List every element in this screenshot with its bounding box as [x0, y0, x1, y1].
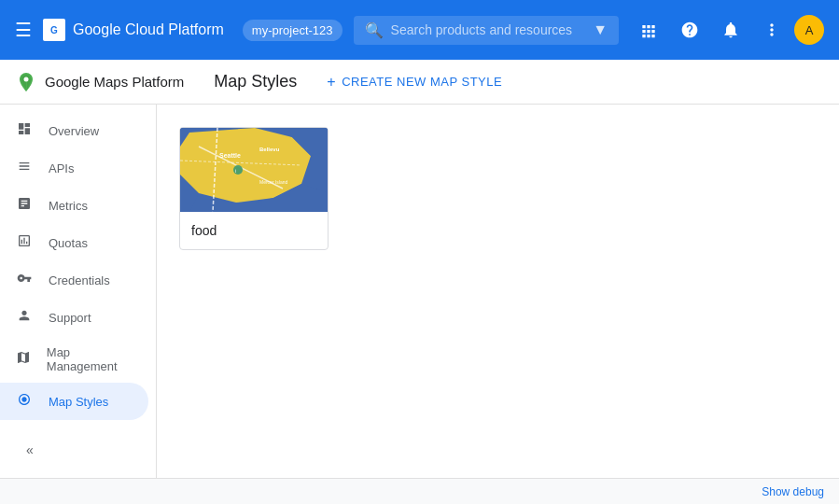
- map-management-icon: [15, 350, 32, 369]
- map-card-label: food: [180, 212, 328, 249]
- brand-area: G Google Cloud Platform: [43, 19, 224, 41]
- sidebar-item-overview[interactable]: Overview: [0, 112, 148, 149]
- sidebar-label-apis: APIs: [49, 161, 74, 175]
- sidebar-item-support[interactable]: Support: [0, 299, 148, 336]
- collapse-sidebar-button[interactable]: «: [15, 435, 45, 465]
- sidebar-bottom: «: [0, 420, 156, 478]
- main-content: Seattle Bellevu i Mercer Island food: [157, 105, 839, 478]
- debug-bar: Show debug: [0, 478, 839, 504]
- brand-name: Google Cloud Platform: [73, 21, 224, 38]
- nav-icon-group: A: [630, 11, 824, 49]
- svg-text:i: i: [235, 168, 236, 174]
- search-input[interactable]: [391, 22, 582, 37]
- sidebar-item-metrics[interactable]: Metrics: [0, 187, 148, 224]
- help-button[interactable]: [671, 11, 708, 49]
- svg-text:Seattle: Seattle: [219, 152, 241, 159]
- more-options-button[interactable]: [753, 11, 790, 49]
- metrics-icon: [15, 196, 34, 215]
- sidebar-item-map-styles[interactable]: Map Styles: [0, 383, 148, 420]
- quotas-icon: [15, 233, 34, 252]
- sidebar-label-metrics: Metrics: [49, 199, 88, 213]
- map-styles-icon: [15, 392, 34, 411]
- credentials-icon: [15, 271, 34, 289]
- sidebar-label-quotas: Quotas: [49, 236, 88, 250]
- search-expand-icon[interactable]: ▼: [593, 21, 608, 38]
- notifications-button[interactable]: [712, 11, 749, 49]
- sidebar-item-map-management[interactable]: Map Management: [0, 336, 148, 383]
- svg-text:Bellevu: Bellevu: [259, 147, 280, 152]
- sidebar-item-apis[interactable]: APIs: [0, 149, 148, 187]
- search-bar[interactable]: 🔍 ▼: [354, 16, 619, 45]
- create-new-map-style-button[interactable]: + CREATE NEW MAP STYLE: [327, 74, 502, 91]
- map-thumbnail: Seattle Bellevu i Mercer Island: [180, 128, 329, 212]
- sidebar-label-overview: Overview: [49, 124, 99, 138]
- page-title: Map Styles: [214, 72, 297, 91]
- body-area: Overview APIs Metrics Quotas Credentials: [0, 105, 839, 478]
- svg-point-0: [24, 77, 29, 81]
- second-bar: Google Maps Platform Map Styles + CREATE…: [0, 60, 839, 105]
- show-debug-link[interactable]: Show debug: [762, 485, 824, 498]
- create-plus-icon: +: [327, 74, 336, 91]
- avatar[interactable]: A: [794, 15, 824, 45]
- svg-text:Mercer Island: Mercer Island: [259, 179, 288, 185]
- overview-icon: [15, 121, 34, 140]
- sidebar-label-map-management: Map Management: [47, 345, 133, 373]
- sidebar-label-support: Support: [49, 311, 91, 325]
- create-btn-label: CREATE NEW MAP STYLE: [342, 75, 502, 89]
- sidebar-label-map-styles: Map Styles: [49, 395, 108, 409]
- sidebar-item-quotas[interactable]: Quotas: [0, 224, 148, 261]
- map-style-card[interactable]: Seattle Bellevu i Mercer Island food: [179, 127, 329, 250]
- top-navigation: ☰ G Google Cloud Platform my-project-123…: [0, 0, 839, 60]
- apis-icon: [15, 159, 34, 177]
- apps-button[interactable]: [630, 11, 667, 49]
- support-icon: [15, 308, 34, 327]
- account-chip[interactable]: my-project-123: [243, 20, 343, 41]
- gmp-app-name: Google Maps Platform: [45, 74, 184, 90]
- sidebar-label-credentials: Credentials: [49, 273, 110, 287]
- search-icon: 🔍: [365, 21, 384, 39]
- hamburger-menu-icon[interactable]: ☰: [15, 19, 32, 41]
- gmp-logo: Google Maps Platform: [15, 71, 184, 93]
- gcp-logo-icon: G: [43, 19, 65, 41]
- sidebar: Overview APIs Metrics Quotas Credentials: [0, 105, 157, 478]
- sidebar-item-credentials[interactable]: Credentials: [0, 261, 148, 299]
